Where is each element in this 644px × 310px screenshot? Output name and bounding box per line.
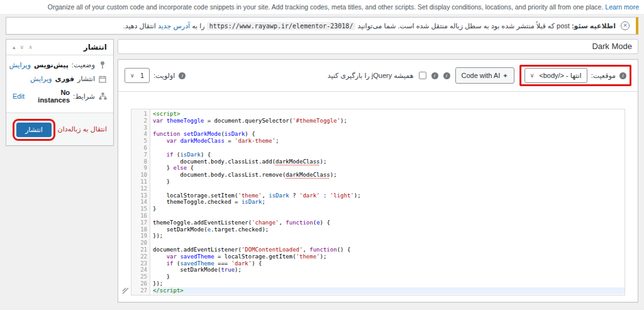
- postbox-header-icons: ▴ ∨ ∧: [13, 44, 33, 50]
- priority-info-icon[interactable]: i: [179, 72, 186, 79]
- chevron-down-icon: ∨: [530, 72, 535, 79]
- load-jquery-checkbox[interactable]: [419, 72, 426, 79]
- jquery-info-icon-2[interactable]: i: [431, 72, 438, 79]
- location-select[interactable]: انتها - </body> ∨: [525, 68, 587, 83]
- sparkle-icon: ✦: [502, 72, 508, 79]
- code-with-ai-button[interactable]: Code with AI ✦: [455, 67, 514, 84]
- snippet-editor-panel: i موقعیت: انتها - </body> ∨ Code with AI…: [118, 59, 638, 302]
- seo-notice-message: اطلاعیه سئو: post که قبلاً منتشر شده بود…: [13, 22, 616, 30]
- plugin-description-text: Organize all of your custom code and inc…: [48, 3, 604, 11]
- main-column: Dark Mode i موقعیت: انتها - </body> ∨ Co…: [118, 39, 638, 302]
- chevron-down-icon: ∨: [130, 72, 135, 79]
- publish-title: انتشار: [84, 43, 107, 52]
- publish-postbox-body: وضعیت: پیش‌نویس ویرایش انتشار فوری ویرای…: [6, 55, 113, 113]
- conditions-row: شرایط: No instances Edit: [13, 89, 107, 104]
- schedule-label: انتشار: [77, 75, 95, 83]
- status-value: پیش‌نویس: [34, 61, 69, 69]
- conditions-icon: [98, 92, 107, 100]
- new-address-link[interactable]: آدرس جدید: [158, 22, 190, 30]
- location-label: موقعیت:: [591, 72, 616, 80]
- edit-status-link[interactable]: ویرایش: [9, 61, 31, 69]
- priority-group: i اولویت: ∨ 1: [125, 68, 186, 83]
- pin-icon: [98, 61, 107, 69]
- schedule-row: انتشار فوری ویرایش: [13, 75, 107, 83]
- learn-more-link[interactable]: Learn more: [605, 3, 639, 11]
- location-annotation-box: i موقعیت: انتها - </body> ∨: [519, 65, 631, 86]
- order-up-icon[interactable]: ▴: [13, 44, 16, 50]
- move-to-trash-link[interactable]: انتقال به زباله‌دان: [58, 125, 107, 133]
- dismiss-notice-icon[interactable]: ✕: [621, 21, 630, 30]
- load-jquery-label: همیشه jQuery را بارگیری کنید: [328, 72, 414, 80]
- editor-gutter: 1234567891011121314151617181920212223242…: [131, 109, 150, 295]
- code-editor[interactable]: 1234567891011121314151617181920212223242…: [131, 109, 625, 296]
- conditions-label: شرایط:: [73, 92, 95, 101]
- publish-button[interactable]: انتشار: [16, 123, 52, 137]
- edit-schedule-link[interactable]: ویرایش: [30, 75, 52, 83]
- publish-postbox: انتشار ▴ ∨ ∧ وضعیت: پیش‌نویس ویرایش: [6, 39, 114, 146]
- status-row: وضعیت: پیش‌نویس ویرایش: [13, 61, 107, 69]
- publish-postbox-footer: انتقال به زباله‌دان انتشار: [6, 113, 113, 145]
- plugin-description-bar: Organize all of your custom code and inc…: [0, 0, 644, 14]
- editor-controls-row: i موقعیت: انتها - </body> ∨ Code with AI…: [118, 60, 638, 92]
- publish-postbox-header: انتشار ▴ ∨ ∧: [6, 40, 113, 55]
- chevron-up-icon[interactable]: ∧: [28, 44, 33, 50]
- editor-code[interactable]: <script>var themeToggle = document.query…: [150, 109, 625, 295]
- old-url-code: https://www.rayawp.ir/elementor-23018/: [207, 22, 356, 30]
- editor-body: 1234567891011121314151617181920212223242…: [118, 92, 638, 302]
- seo-notice-label: اطلاعیه سئو:: [572, 22, 616, 30]
- schedule-value: فوری: [55, 75, 75, 83]
- calendar-icon: [98, 75, 107, 83]
- resize-handle-icon[interactable]: [122, 287, 129, 294]
- status-label: وضعیت:: [72, 61, 95, 69]
- priority-input[interactable]: ∨ 1: [125, 68, 150, 83]
- location-info-icon[interactable]: i: [619, 72, 626, 79]
- chevron-down-icon[interactable]: ∨: [20, 44, 25, 50]
- jquery-info-icon-1[interactable]: i: [443, 72, 450, 79]
- priority-label: اولویت:: [153, 72, 175, 80]
- seo-notice: ✕ اطلاعیه سئو: post که قبلاً منتشر شده ب…: [6, 17, 638, 35]
- conditions-value: No instances: [28, 89, 70, 104]
- edit-conditions-link[interactable]: Edit: [13, 92, 25, 100]
- publish-sidebar: انتشار ▴ ∨ ∧ وضعیت: پیش‌نویس ویرایش: [6, 39, 114, 146]
- snippet-title-input[interactable]: Dark Mode: [118, 39, 638, 54]
